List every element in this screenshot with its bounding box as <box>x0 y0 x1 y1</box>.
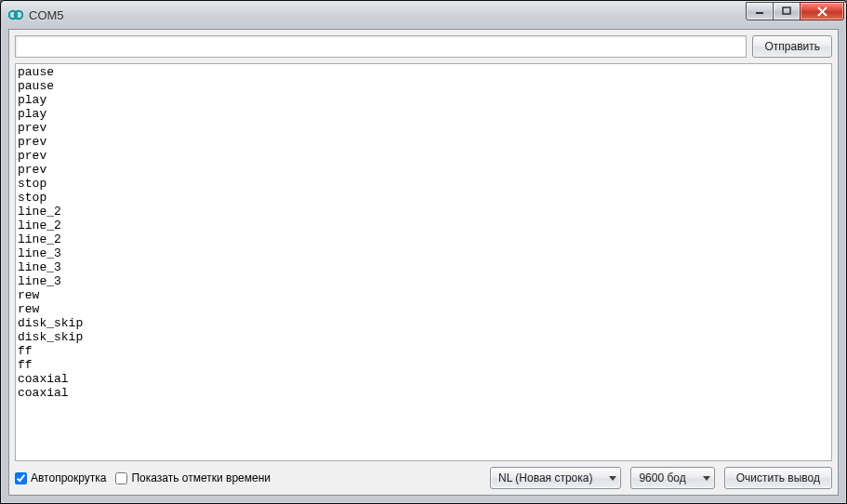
maximize-button[interactable] <box>773 2 801 20</box>
serial-output[interactable]: pause pause play play prev prev prev pre… <box>15 63 832 461</box>
line-ending-value: NL (Новая строка) <box>498 471 592 484</box>
window-frame: COM5 Отправить pause pause play play pre… <box>0 0 847 504</box>
svg-rect-3 <box>783 7 790 14</box>
chevron-down-icon <box>609 476 616 481</box>
chevron-down-icon <box>703 476 710 481</box>
client-area: Отправить pause pause play play prev pre… <box>8 29 839 496</box>
title-bar[interactable]: COM5 <box>1 1 846 29</box>
send-button[interactable]: Отправить <box>752 35 832 58</box>
baud-rate-select[interactable]: 9600 бод <box>630 467 714 489</box>
svg-rect-2 <box>756 12 763 14</box>
window-controls <box>747 2 844 22</box>
clear-output-button[interactable]: Очистить вывод <box>724 467 832 489</box>
close-button[interactable] <box>800 2 844 20</box>
timestamps-checkbox[interactable]: Показать отметки времени <box>115 471 271 484</box>
autoscroll-input[interactable] <box>15 472 27 484</box>
svg-point-1 <box>15 11 22 19</box>
minimize-button[interactable] <box>746 2 774 20</box>
autoscroll-checkbox[interactable]: Автопрокрутка <box>15 471 106 484</box>
baud-rate-value: 9600 бод <box>639 471 685 484</box>
timestamps-input[interactable] <box>115 472 127 484</box>
send-input[interactable] <box>15 35 747 58</box>
send-row: Отправить <box>9 30 838 63</box>
line-ending-select[interactable]: NL (Новая строка) <box>490 467 621 489</box>
autoscroll-label: Автопрокрутка <box>31 471 106 484</box>
footer-row: Автопрокрутка Показать отметки времени N… <box>9 461 838 495</box>
arduino-icon <box>8 7 23 22</box>
timestamps-label: Показать отметки времени <box>131 471 271 484</box>
window-title: COM5 <box>29 8 747 22</box>
